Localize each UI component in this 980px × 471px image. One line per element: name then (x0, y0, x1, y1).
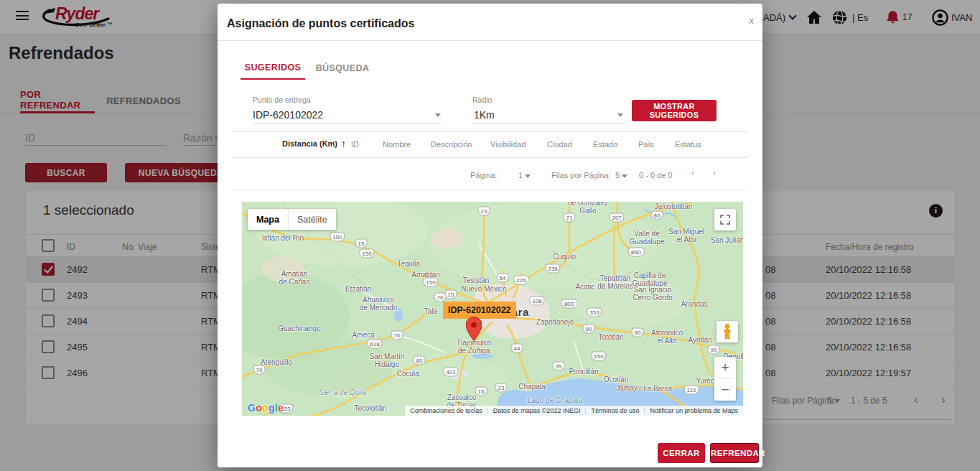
col-estado: Estado (593, 140, 617, 149)
google-logo-letter: g (269, 402, 275, 414)
highway-shield: 150 (423, 278, 438, 287)
caret-down-icon[interactable] (617, 113, 623, 117)
punto-entrega-select[interactable]: IDP-620102022 (253, 109, 323, 121)
tab-sugeridos[interactable]: SUGERIDOS (241, 57, 305, 80)
mostrar-sugeridos-button[interactable]: MOSTRAR SUGERIDOS (632, 100, 717, 121)
app-root: Ryder Ever better.™ ADÁ) | Es 17 (0, 0, 980, 471)
highway-shield: 150 (330, 233, 345, 242)
highway-shield: 70 (391, 331, 403, 340)
attribution-link[interactable]: Datos de mapas ©2022 INEGI (487, 407, 586, 414)
radio-select[interactable]: 1Km (474, 109, 495, 121)
highway-shield: 15 (475, 387, 487, 396)
modal-title: Asignación de puntos certificados (227, 17, 414, 30)
field-underline (253, 123, 442, 123)
map-pin-icon[interactable] (466, 317, 482, 341)
sort-asc-icon[interactable]: ↑ (341, 138, 346, 149)
map-type-satelite-button[interactable]: Satélite (289, 209, 336, 230)
highway-shield: 90 (632, 328, 644, 337)
map-type-mapa-button[interactable]: Mapa (248, 209, 289, 230)
zoom-out-button[interactable]: − (714, 379, 736, 401)
attribution-link[interactable]: Notificar un problema de Maps (644, 407, 743, 414)
attribution-link[interactable]: Combinaciones de teclas (405, 407, 487, 414)
radio-label: Radio (472, 95, 492, 104)
highway-shield: 401 (443, 368, 458, 377)
divider (232, 189, 748, 190)
highway-shield: 207 (609, 213, 624, 223)
rows-per-page-select[interactable]: 5 (615, 171, 627, 179)
col-nombre: Nombre (383, 140, 411, 149)
highway-shield: 80 (414, 356, 426, 365)
highway-shield: 23 (478, 207, 490, 216)
col-descripcion: Descripción (431, 140, 472, 149)
map-type-control: Mapa Satélite (248, 209, 336, 230)
fullscreen-button[interactable] (714, 209, 736, 230)
pegman-icon (722, 324, 732, 340)
zoom-control: + − (714, 357, 736, 401)
highway-shield: 106 (529, 297, 544, 306)
asignacion-modal: Asignación de puntos certificados x SUGE… (218, 4, 762, 467)
tab-label: BÚSQUEDA (316, 63, 370, 73)
rows-per-page-label: Filas por Página: (551, 171, 611, 179)
page-label: Página: (470, 171, 497, 179)
google-logo-letter: o (256, 402, 262, 414)
highway-shield: 353 (587, 308, 602, 317)
rows-per-page-value: 5 (615, 171, 620, 179)
caret-down-icon[interactable] (435, 113, 441, 117)
highway-shield: 226 (513, 276, 528, 285)
highway-shield: 618 (367, 340, 382, 349)
caret-down-icon (525, 174, 531, 178)
prev-page-button[interactable]: ‹ (691, 168, 694, 177)
col-distancia[interactable]: Distancia (Km) (282, 139, 337, 148)
divider (232, 131, 748, 132)
highway-shield: 80D (628, 248, 645, 257)
highway-shield: 54 (497, 274, 509, 283)
highway-shield: 44 (511, 344, 523, 353)
close-icon[interactable]: x (750, 15, 755, 26)
highway-shield: 35 (553, 362, 565, 371)
highway-shield: 23 (495, 383, 508, 393)
page-select[interactable]: 1 (518, 171, 531, 179)
attribution-link[interactable]: Términos de uso (585, 407, 644, 414)
field-underline (472, 123, 625, 123)
divider (218, 40, 762, 41)
page-value: 1 (518, 171, 523, 179)
highway-shield: 236 (545, 264, 560, 274)
google-logo-letter: o (262, 402, 269, 414)
highway-shield: 71 (564, 213, 576, 223)
next-page-button[interactable]: › (713, 168, 716, 177)
divider (232, 157, 748, 158)
col-ciudad: Ciudad (547, 140, 572, 149)
highway-shield: 90 (583, 325, 595, 334)
highway-shield: 110 (684, 386, 699, 395)
col-estatus: Estatus (675, 140, 701, 149)
highway-shield: 80 (651, 211, 663, 220)
highway-shield: 150 (359, 249, 374, 258)
fullscreen-icon (719, 214, 731, 225)
highway-shield: 90 (708, 345, 720, 355)
highway-shield: 15 (445, 290, 457, 299)
punto-entrega-label: Punto de entrega (253, 95, 311, 104)
caret-down-icon (622, 174, 627, 178)
pagination-range: 0 - 0 de 0 (639, 171, 672, 179)
zoom-in-button[interactable]: + (714, 357, 736, 378)
tab-label: SUGERIDOS (245, 62, 302, 73)
highway-shield: 80D (561, 299, 578, 309)
highway-shield: 70 (253, 365, 266, 375)
highway-shield: 15 (355, 239, 368, 248)
google-logo-letter: e (278, 402, 284, 414)
col-pais: País (638, 140, 654, 149)
cerrar-button[interactable]: CERRAR (658, 443, 705, 463)
highway-shield: 150 (591, 352, 606, 361)
col-id: ID (351, 140, 359, 149)
tab-busqueda[interactable]: BÚSQUEDA (314, 57, 371, 80)
map-attribution: Combinaciones de teclasDatos de mapas ©2… (405, 406, 743, 416)
col-visibilidad: Visibilidad (490, 140, 526, 149)
google-logo[interactable]: Google (248, 402, 284, 414)
refrendar-button[interactable]: REFRENDAR (710, 443, 759, 463)
street-view-pegman[interactable] (717, 321, 738, 342)
google-logo-letter: G (248, 402, 256, 414)
google-map[interactable]: Ixtlán del RíoAmatlán de CañasEtzatlánAh… (242, 202, 743, 416)
